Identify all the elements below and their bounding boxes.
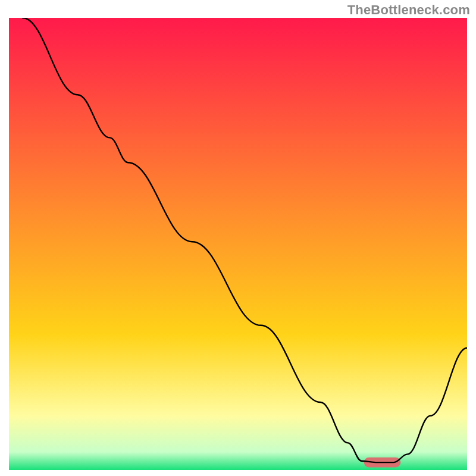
watermark-text: TheBottleneck.com <box>347 2 470 18</box>
chart-container: TheBottleneck.com <box>0 0 476 476</box>
plot-area <box>9 18 467 470</box>
gradient-background <box>9 18 467 470</box>
chart-svg <box>9 18 467 470</box>
